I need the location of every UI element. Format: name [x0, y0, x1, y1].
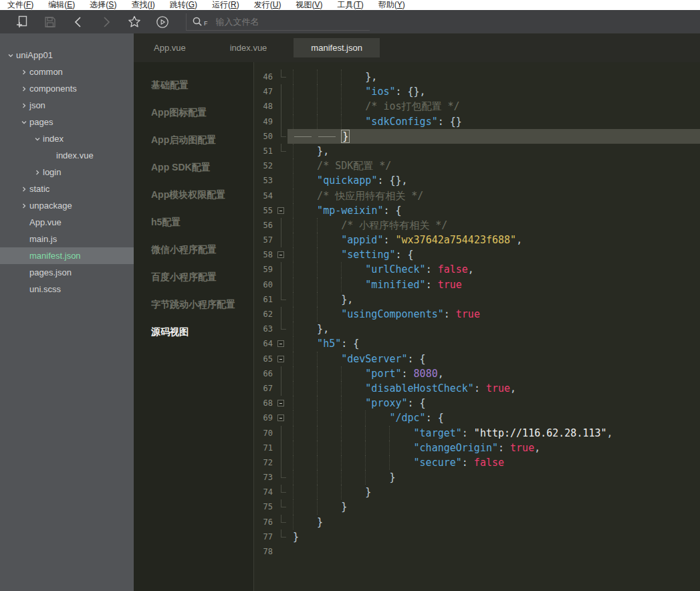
- forward-button[interactable]: [98, 13, 115, 31]
- tree-item-main-js[interactable]: main.js: [0, 231, 134, 247]
- code-line[interactable]: 68"proxy": {: [254, 396, 700, 410]
- code-text[interactable]: "urlCheck": false,: [287, 262, 700, 277]
- code-line[interactable]: 71"changeOrigin": true,: [254, 441, 700, 455]
- menu-item-u[interactable]: 发行(U): [247, 0, 289, 10]
- config-item-app-sdk配置[interactable]: App SDK配置: [134, 154, 253, 181]
- code-text[interactable]: "sdkConfigs": {}: [287, 114, 700, 129]
- fold-toggle-icon[interactable]: [274, 396, 287, 410]
- menu-item-r[interactable]: 运行(R): [205, 0, 247, 10]
- menu-item-t[interactable]: 工具(T): [330, 0, 370, 10]
- tree-item-pages[interactable]: pages: [0, 114, 134, 130]
- tree-item-uni-scss[interactable]: uni.scss: [0, 281, 134, 298]
- chevron-right-icon[interactable]: [19, 86, 29, 92]
- tree-item-app-vue[interactable]: App.vue: [0, 214, 134, 231]
- code-line[interactable]: 65"devServer": {: [254, 352, 700, 366]
- code-text[interactable]: "/dpc": {: [287, 410, 700, 425]
- code-text[interactable]: "appid": "wx37642a754423f688",: [287, 233, 700, 247]
- code-text[interactable]: }: [287, 499, 700, 514]
- chevron-right-icon[interactable]: [19, 203, 29, 209]
- code-line[interactable]: 73}: [254, 470, 700, 485]
- code-text[interactable]: }: [287, 470, 700, 485]
- code-line[interactable]: 64"h5": {: [254, 336, 700, 351]
- code-text[interactable]: "proxy": {: [287, 396, 700, 410]
- chevron-down-icon[interactable]: [5, 52, 16, 59]
- code-line[interactable]: 77}: [254, 529, 700, 544]
- chevron-right-icon[interactable]: [32, 169, 43, 176]
- tree-item-login[interactable]: login: [0, 164, 134, 181]
- code-text[interactable]: /* SDK配置 */: [287, 158, 700, 173]
- code-text[interactable]: "devServer": {: [287, 352, 700, 366]
- tab-index-vue[interactable]: index.vue: [213, 38, 285, 57]
- tab-app-vue[interactable]: App.vue: [136, 38, 203, 57]
- code-line[interactable]: 58"setting": {: [254, 247, 700, 262]
- code-line[interactable]: 75}: [254, 499, 700, 514]
- fold-toggle-icon[interactable]: [274, 352, 287, 366]
- save-button[interactable]: [41, 13, 59, 31]
- code-line[interactable]: 67"disableHostCheck": true,: [254, 381, 700, 396]
- chevron-right-icon[interactable]: [19, 69, 29, 76]
- chevron-right-icon[interactable]: [19, 186, 29, 193]
- code-text[interactable]: "minified": true: [287, 277, 700, 292]
- code-line[interactable]: 62"usingComponents": true: [254, 307, 700, 322]
- code-line[interactable]: 61},: [254, 292, 700, 307]
- code-text[interactable]: }: [287, 515, 700, 529]
- menu-item-v[interactable]: 视图(V): [288, 0, 330, 10]
- code-text[interactable]: },: [287, 70, 700, 84]
- new-file-button[interactable]: [13, 13, 31, 31]
- code-line[interactable]: 46},: [254, 70, 700, 84]
- tree-item-static[interactable]: static: [0, 181, 134, 197]
- fold-toggle-icon[interactable]: [274, 247, 287, 262]
- code-editor[interactable]: 46},47"ios": {},48/* ios打包配置 */49"sdkCon…: [254, 62, 700, 591]
- back-button[interactable]: [70, 13, 87, 31]
- code-line[interactable]: 50}: [254, 129, 700, 144]
- code-line[interactable]: 48/* ios打包配置 */: [254, 99, 700, 114]
- code-line[interactable]: 72"secure": false: [254, 455, 700, 470]
- fold-toggle-icon[interactable]: [274, 410, 287, 425]
- code-line[interactable]: 47"ios": {},: [254, 84, 700, 99]
- tree-item-index[interactable]: index: [0, 130, 134, 147]
- code-line[interactable]: 49"sdkConfigs": {}: [254, 114, 700, 129]
- tree-item-uniapp01[interactable]: uniApp01: [0, 47, 134, 64]
- config-item-app图标配置[interactable]: App图标配置: [134, 99, 253, 126]
- chevron-down-icon[interactable]: [19, 119, 29, 126]
- chevron-down-icon[interactable]: [32, 136, 43, 142]
- tree-item-common[interactable]: common: [0, 64, 134, 80]
- run-button[interactable]: [154, 13, 171, 31]
- menu-item-f[interactable]: 文件(F): [0, 0, 41, 10]
- code-line[interactable]: 66"port": 8080,: [254, 366, 700, 381]
- code-text[interactable]: "quickapp": {},: [287, 173, 700, 188]
- code-line[interactable]: 53"quickapp": {},: [254, 173, 700, 188]
- code-text[interactable]: "h5": {: [287, 336, 700, 351]
- tab-manifest-json[interactable]: manifest.json: [294, 38, 380, 57]
- code-text[interactable]: /* ios打包配置 */: [287, 99, 700, 114]
- file-search-input[interactable]: [216, 17, 370, 27]
- code-text[interactable]: "changeOrigin": true,: [287, 441, 700, 455]
- code-line[interactable]: 55"mp-weixin": {: [254, 203, 700, 218]
- code-line[interactable]: 56/* 小程序特有相关 */: [254, 218, 700, 233]
- tree-item-components[interactable]: components: [0, 80, 134, 97]
- code-text[interactable]: },: [287, 322, 700, 336]
- code-text[interactable]: "ios": {},: [287, 84, 700, 99]
- code-line[interactable]: 57"appid": "wx37642a754423f688",: [254, 233, 700, 247]
- tree-item-pages-json[interactable]: pages.json: [0, 264, 134, 281]
- tree-item-json[interactable]: json: [0, 97, 134, 114]
- code-line[interactable]: 60"minified": true: [254, 277, 700, 292]
- code-line[interactable]: 78: [254, 544, 700, 559]
- fold-toggle-icon[interactable]: [274, 203, 287, 218]
- menu-item-e[interactable]: 编辑(E): [41, 0, 82, 10]
- code-text[interactable]: "usingComponents": true: [287, 307, 700, 322]
- menu-item-y[interactable]: 帮助(Y): [371, 0, 413, 10]
- config-item-字节跳动小程序配置[interactable]: 字节跳动小程序配置: [134, 291, 253, 318]
- code-line[interactable]: 52/* SDK配置 */: [254, 158, 700, 173]
- code-text[interactable]: },: [287, 292, 700, 307]
- config-item-基础配置[interactable]: 基础配置: [134, 72, 253, 99]
- code-line[interactable]: 59"urlCheck": false,: [254, 262, 700, 277]
- config-item-h5配置[interactable]: h5配置: [134, 209, 253, 236]
- code-text[interactable]: "setting": {: [287, 247, 700, 262]
- code-text[interactable]: /* 小程序特有相关 */: [287, 218, 700, 233]
- code-line[interactable]: 63},: [254, 322, 700, 336]
- code-text[interactable]: }: [287, 485, 700, 499]
- code-line[interactable]: 54/* 快应用特有相关 */: [254, 189, 700, 203]
- code-line[interactable]: 76}: [254, 515, 700, 529]
- menu-item-g[interactable]: 跳转(G): [162, 0, 205, 10]
